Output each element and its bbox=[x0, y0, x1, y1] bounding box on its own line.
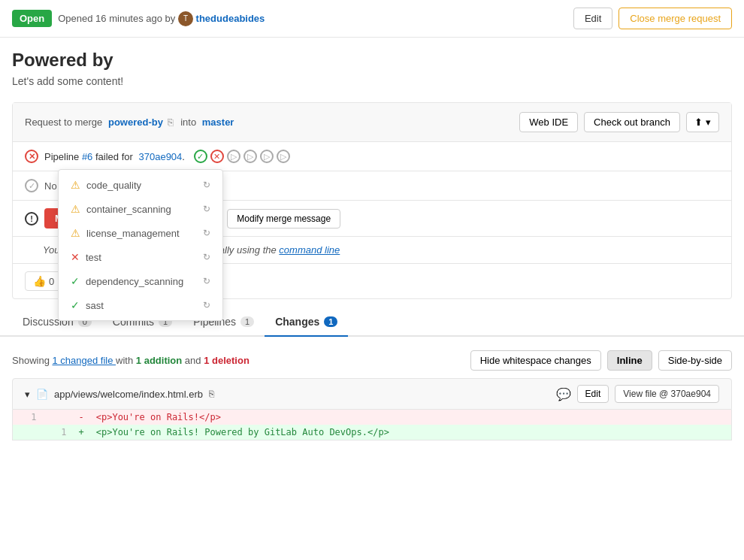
pass-icon-2: ✓ bbox=[71, 299, 80, 311]
old-line-num: 1 bbox=[13, 410, 43, 425]
edit-file-button[interactable]: Edit bbox=[577, 385, 609, 403]
top-bar: Open Opened 16 minutes ago by T thedudea… bbox=[0, 0, 744, 38]
file-actions: 💬 Edit View file @ 370ae904 bbox=[556, 385, 719, 403]
collapse-icon[interactable]: ▾ bbox=[25, 389, 30, 400]
diff-add-marker: + bbox=[73, 425, 90, 440]
changes-summary: Showing 1 changed file with 1 addition a… bbox=[12, 355, 250, 366]
view-file-button[interactable]: View file @ 370ae904 bbox=[615, 385, 719, 403]
refresh-icon-3[interactable]: ↻ bbox=[203, 228, 210, 238]
pipeline-fail-icon: ✕ bbox=[25, 150, 38, 163]
tab-changes[interactable]: Changes 1 bbox=[265, 308, 348, 337]
top-bar-meta: Opened 16 minutes ago by T thedudeabides bbox=[58, 11, 265, 26]
refresh-icon-2[interactable]: ↻ bbox=[203, 204, 210, 214]
thumbs-up-button[interactable]: 👍 0 bbox=[25, 271, 62, 291]
job-item-code-quality[interactable]: ⚠ code_quality ↻ bbox=[59, 173, 222, 197]
top-bar-left: Open Opened 16 minutes ago by T thedudea… bbox=[12, 10, 265, 27]
side-by-side-button[interactable]: Side-by-side bbox=[658, 350, 732, 371]
job-item-sast[interactable]: ✓ sast ↻ bbox=[59, 293, 222, 317]
diff-row-add: 1 + <p>You're on Rails! Powered by GitLa… bbox=[13, 425, 732, 440]
username: thedudeabides bbox=[196, 12, 265, 23]
thumbs-up-icon: 👍 bbox=[33, 275, 46, 287]
file-header: ▾ 📄 app/views/welcome/index.html.erb ⎘ 💬… bbox=[12, 378, 732, 410]
file-path: app/views/welcome/index.html.erb bbox=[54, 389, 203, 400]
modify-message-button[interactable]: Modify merge message bbox=[227, 209, 340, 229]
command-line-link[interactable]: command line bbox=[279, 244, 340, 256]
job-skipped-icon-1[interactable]: ▷ bbox=[227, 150, 240, 163]
mr-title-section: Powered by Let's add some content! bbox=[0, 38, 744, 93]
new-line-num bbox=[43, 410, 73, 425]
upload-icon: ⬆ bbox=[694, 117, 703, 128]
approval-check-icon: ✓ bbox=[25, 179, 38, 192]
thumbs-up-count: 0 bbox=[49, 276, 54, 287]
refresh-icon-6[interactable]: ↻ bbox=[203, 300, 210, 310]
changes-bar: Showing 1 changed file with 1 addition a… bbox=[0, 343, 744, 378]
tab-pipelines-count: 1 bbox=[240, 316, 254, 327]
job-item-dependency-scanning[interactable]: ✓ dependency_scanning ↻ bbox=[59, 269, 222, 293]
diff-row-del: 1 - <p>You're on Rails!</p> bbox=[13, 410, 732, 425]
job-skipped-icon-4[interactable]: ▷ bbox=[277, 150, 290, 163]
inline-view-button[interactable]: Inline bbox=[607, 350, 652, 371]
file-info: ▾ 📄 app/views/welcome/index.html.erb ⎘ bbox=[25, 389, 214, 400]
job-item-container-scanning[interactable]: ⚠ container_scanning ↻ bbox=[59, 197, 222, 221]
job-item-test[interactable]: ✕ test ↻ bbox=[59, 245, 222, 269]
pipeline-jobs-dropdown: ⚠ code_quality ↻ ⚠ container_scanning ↻ … bbox=[58, 169, 223, 321]
merge-warning-icon: ! bbox=[25, 212, 38, 226]
pipeline-text: Pipeline #6 failed for 370ae904. bbox=[44, 151, 185, 162]
deletions-count: 1 deletion bbox=[204, 355, 250, 366]
branch-to[interactable]: master bbox=[202, 117, 234, 128]
diff-view-options: Hide whitespace changes Inline Side-by-s… bbox=[470, 350, 732, 371]
top-bar-right: Edit Close merge request bbox=[573, 8, 732, 29]
job-item-license-management[interactable]: ⚠ license_management ↻ bbox=[59, 221, 222, 245]
warning-icon-3: ⚠ bbox=[71, 227, 80, 239]
warning-icon: ⚠ bbox=[71, 179, 80, 191]
mr-actions: Web IDE Check out branch ⬆ ▾ bbox=[519, 112, 719, 132]
status-badge: Open bbox=[12, 10, 52, 27]
comment-button[interactable]: 💬 bbox=[556, 387, 571, 401]
job-failed-icon[interactable]: ✕ bbox=[210, 150, 224, 163]
close-mr-button[interactable]: Close merge request bbox=[618, 8, 732, 29]
refresh-icon-5[interactable]: ↻ bbox=[203, 276, 210, 286]
tab-changes-count: 1 bbox=[324, 316, 337, 327]
mr-box: Request to merge powered-by ⎘ into maste… bbox=[12, 102, 732, 299]
refresh-icon-4[interactable]: ↻ bbox=[203, 252, 210, 262]
pipeline-commit[interactable]: 370ae904 bbox=[138, 151, 182, 162]
edit-button[interactable]: Edit bbox=[573, 8, 612, 29]
refresh-icon[interactable]: ↻ bbox=[203, 180, 210, 190]
hide-whitespace-button[interactable]: Hide whitespace changes bbox=[470, 350, 601, 371]
branch-from[interactable]: powered-by bbox=[108, 117, 163, 128]
new-line-num-2: 1 bbox=[43, 425, 73, 440]
pipeline-row: ✕ Pipeline #6 failed for 370ae904. ✓ ✕ ▷… bbox=[13, 142, 731, 171]
checkout-button[interactable]: Check out branch bbox=[584, 112, 680, 132]
pipeline-link[interactable]: #6 bbox=[82, 151, 92, 162]
job-passed-icon-1[interactable]: ✓ bbox=[194, 150, 207, 163]
job-skipped-icon-3[interactable]: ▷ bbox=[260, 150, 274, 163]
mr-subtitle: Let's add some content! bbox=[12, 75, 732, 87]
pass-icon-1: ✓ bbox=[71, 275, 80, 287]
file-icon: 📄 bbox=[36, 389, 48, 400]
web-ide-button[interactable]: Web IDE bbox=[519, 112, 578, 132]
fail-icon: ✕ bbox=[71, 251, 80, 263]
mr-branch-info: Request to merge powered-by ⎘ into maste… bbox=[25, 117, 234, 128]
diff-add-content: <p>You're on Rails! Powered by GitLab Au… bbox=[90, 425, 732, 440]
more-options-button[interactable]: ⬆ ▾ bbox=[686, 112, 719, 132]
diff-table: 1 - <p>You're on Rails!</p> 1 + <p>You'r… bbox=[12, 410, 732, 440]
copy-path-icon[interactable]: ⎘ bbox=[209, 389, 214, 399]
mr-title: Powered by bbox=[12, 50, 732, 71]
changed-file-link[interactable]: 1 changed file bbox=[53, 355, 116, 366]
old-line-num-2 bbox=[13, 425, 43, 440]
copy-branch-icon[interactable]: ⎘ bbox=[168, 117, 174, 128]
warning-icon-2: ⚠ bbox=[71, 203, 80, 215]
diff-del-content: <p>You're on Rails!</p> bbox=[90, 410, 732, 425]
avatar: T bbox=[178, 11, 193, 26]
additions-count: 1 addition bbox=[136, 355, 182, 366]
job-skipped-icon-2[interactable]: ▷ bbox=[243, 150, 257, 163]
mr-info-row: Request to merge powered-by ⎘ into maste… bbox=[13, 103, 731, 142]
diff-del-marker: - bbox=[73, 410, 90, 425]
chevron-down-icon: ▾ bbox=[706, 117, 711, 128]
pipeline-icons: ✓ ✕ ▷ ▷ ▷ ▷ bbox=[194, 150, 290, 163]
